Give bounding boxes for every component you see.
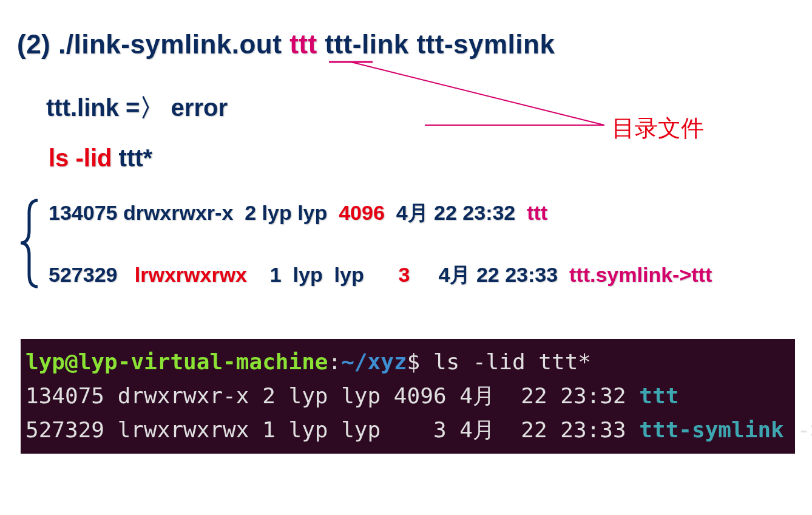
l1-a: 134075 drwxrwxr-x 2 lyp lyp	[49, 201, 339, 224]
terminal-row-2-arrow: ->	[784, 417, 812, 442]
l2-c: 4月 22 23:33	[410, 263, 569, 286]
l2-perm: lrwxrwxrwx	[135, 263, 247, 286]
l2-size: 3	[398, 263, 410, 286]
terminal-user: lyp@lyp-virtual-machine	[25, 349, 328, 374]
terminal-output: lyp@lyp-virtual-machine:~/xyz$ ls -lid t…	[21, 339, 795, 454]
svg-line-1	[351, 62, 604, 125]
title-rest: ttt-link ttt-symlink	[317, 29, 555, 59]
terminal-row-1-name: ttt	[639, 383, 678, 408]
error-line: ttt.link =〉 error	[46, 91, 228, 124]
listing-row-1: 134075 drwxrwxr-x 2 lyp lyp 4096 4月 22 2…	[49, 199, 547, 227]
ls-arg: ttt*	[112, 145, 152, 171]
terminal-colon: :	[328, 349, 342, 374]
terminal-command: ls -lid ttt*	[433, 349, 591, 374]
listing-row-2: 527329 lrwxrwxrwx 1 lyp lyp 3 4月 22 23:3…	[49, 261, 712, 289]
l2-b: 1 lyp lyp	[247, 263, 398, 286]
l1-b: 4月 22 23:32	[385, 201, 527, 224]
title-line: (2) ./link-symlink.out ttt ttt-link ttt-…	[17, 29, 555, 60]
l1-size: 4096	[339, 201, 385, 224]
document-body: (2) ./link-symlink.out ttt ttt-link ttt-…	[0, 0, 812, 515]
annotation-label: 目录文件	[612, 113, 704, 144]
terminal-row-1-a: 134075 drwxrwxr-x 2 lyp lyp 4096 4月 22 2…	[25, 383, 639, 408]
l2-a: 527329	[49, 263, 135, 286]
l1-name: ttt	[527, 201, 547, 224]
l2-name: ttt.symlink->ttt	[569, 263, 712, 286]
terminal-row-2-name: ttt-symlink	[639, 417, 783, 442]
title-arg1: ttt	[289, 29, 317, 59]
ls-command-line: ls -lid ttt*	[49, 145, 152, 172]
terminal-prompt: $	[407, 349, 433, 374]
terminal-row-2-a: 527329 lrwxrwxrwx 1 lyp lyp 3 4月 22 23:3…	[25, 417, 639, 442]
ls-cmd: ls -lid	[49, 145, 112, 171]
terminal-path: ~/xyz	[341, 349, 407, 374]
title-prefix: (2) ./link-symlink.out	[17, 29, 289, 59]
